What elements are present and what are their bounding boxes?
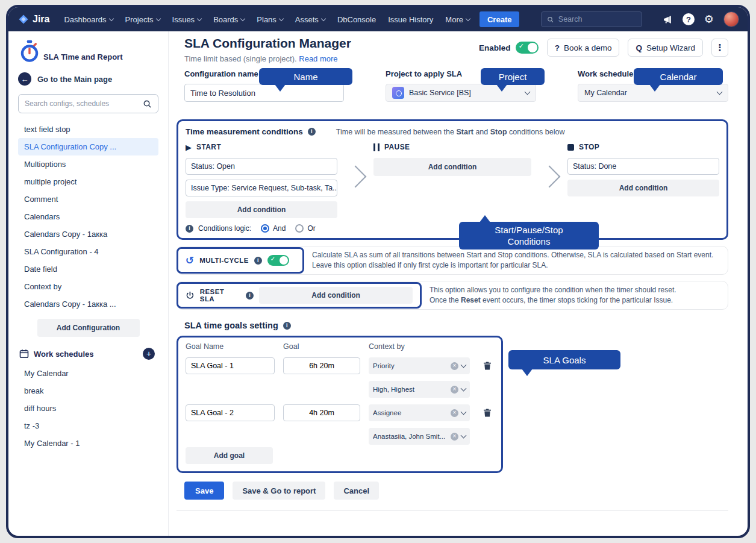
page-title-block: SLA Configuration Manager Time limit bas… <box>184 35 351 63</box>
global-search-input[interactable] <box>558 15 637 24</box>
config-list-item[interactable]: SLA Configuration - 4 <box>18 243 158 260</box>
schedule-list-item[interactable]: My Calendar - 1 <box>18 435 158 452</box>
nav-item-boards[interactable]: Boards <box>207 15 251 24</box>
delete-goal-button[interactable] <box>478 404 496 422</box>
project-select[interactable]: Basic Service [BS] <box>386 84 536 102</box>
power-icon <box>186 291 195 300</box>
nav-item-dashboards[interactable]: Dashboards <box>58 15 119 24</box>
app-logo: SLA Time and Report <box>18 40 158 63</box>
goals-panel: Goal Name Goal Context by Priority × <box>177 336 503 473</box>
stop-condition-field[interactable]: Status: Done <box>567 158 719 175</box>
context-select[interactable]: Assignee × <box>369 404 470 421</box>
goal-value-input[interactable] <box>283 357 360 374</box>
wizard-icon: Q <box>636 43 642 52</box>
chevron-down-icon <box>461 386 467 392</box>
search-icon <box>143 99 152 108</box>
info-icon[interactable] <box>283 322 291 330</box>
schedule-list-item[interactable]: My Calendar <box>18 365 158 382</box>
nav-item-issue-history[interactable]: Issue History <box>382 15 439 24</box>
schedule-list-item[interactable]: break <box>18 382 158 400</box>
add-configuration-button[interactable]: Add Configuration <box>37 319 140 337</box>
more-menu-button[interactable]: ⋮ <box>711 39 728 57</box>
clear-icon[interactable]: × <box>451 386 458 394</box>
schedule-list-item[interactable]: diff hours <box>18 400 158 417</box>
config-search-input[interactable] <box>25 99 143 108</box>
save-go-report-button[interactable]: Save & Go to report <box>233 482 325 500</box>
nav-item-dbconsole[interactable]: DbConsole <box>331 15 382 24</box>
enabled-toggle-group: Enabled ✓ <box>479 42 539 54</box>
start-condition-field[interactable]: Issue Type: Service Request, Sub-task, T… <box>186 180 337 196</box>
goals-title: SLA time goals setting <box>184 321 278 330</box>
check-icon: ✓ <box>270 256 275 262</box>
goal-value-input[interactable] <box>283 404 360 421</box>
config-list-item[interactable]: Calendars Copy - 1акка <box>18 225 158 243</box>
clear-icon[interactable]: × <box>451 362 458 370</box>
back-to-main-link[interactable]: ← Go to the Main page <box>18 72 158 86</box>
context-value-select[interactable]: High, Highest × <box>369 381 470 398</box>
trash-icon <box>483 361 492 371</box>
config-list-item[interactable]: Comment <box>18 190 158 208</box>
nav-item-issues[interactable]: Issues <box>166 15 208 24</box>
nav-menu: Dashboards Projects Issues Boards Plans … <box>58 15 476 24</box>
info-icon[interactable] <box>308 128 316 136</box>
enabled-toggle[interactable]: ✓ <box>516 42 539 54</box>
config-list-item[interactable]: Calendars Copy - 1акка ... <box>18 295 158 313</box>
nav-item-projects[interactable]: Projects <box>119 15 166 24</box>
read-more-link[interactable]: Read more <box>299 54 337 63</box>
add-goal-button[interactable]: Add goal <box>186 447 273 464</box>
add-stop-condition-button[interactable]: Add condition <box>567 180 719 196</box>
logic-and-radio[interactable]: And <box>261 224 286 233</box>
goal-name-input[interactable] <box>186 404 275 421</box>
pause-column: PAUSE Add condition <box>373 142 531 176</box>
config-list-item[interactable]: Multioptions <box>18 155 158 173</box>
nav-item-assets[interactable]: Assets <box>289 15 331 24</box>
config-list-item[interactable]: Date field <box>18 260 158 278</box>
config-search[interactable] <box>18 94 158 113</box>
start-condition-field[interactable]: Status: Open <box>186 158 337 175</box>
config-list-item-selected[interactable]: SLA Configuration Copy ... <box>18 138 158 155</box>
info-icon[interactable] <box>186 225 193 233</box>
clear-icon[interactable]: × <box>451 409 458 417</box>
info-icon[interactable] <box>246 292 254 300</box>
config-list-item[interactable]: multiple project <box>18 173 158 190</box>
user-avatar[interactable] <box>723 11 739 27</box>
goal-name-input[interactable] <box>186 357 275 374</box>
stop-icon <box>567 144 574 151</box>
add-start-condition-button[interactable]: Add condition <box>186 201 337 218</box>
gear-icon[interactable]: ⚙ <box>704 14 714 25</box>
nav-item-plans[interactable]: Plans <box>251 15 289 24</box>
config-name-input[interactable] <box>184 84 344 102</box>
nav-item-more[interactable]: More <box>439 15 476 24</box>
setup-wizard-button[interactable]: Q Setup Wizard <box>628 39 703 57</box>
config-list-item[interactable]: text field stop <box>18 121 158 138</box>
announcements-icon[interactable] <box>663 14 673 25</box>
add-reset-condition-button[interactable]: Add condition <box>259 287 413 304</box>
schedule-list-item[interactable]: tz -3 <box>18 417 158 435</box>
chevron-down-icon <box>461 362 467 368</box>
brand-label: Jira <box>33 14 49 25</box>
delete-goal-button[interactable] <box>478 357 496 375</box>
context-select[interactable]: Priority × <box>369 357 470 374</box>
create-button[interactable]: Create <box>480 11 519 27</box>
jira-logo[interactable]: Jira <box>18 14 49 25</box>
add-pause-condition-button[interactable]: Add condition <box>373 158 531 176</box>
chevron-down-icon <box>279 16 284 20</box>
help-icon[interactable]: ? <box>683 13 695 25</box>
clear-icon[interactable]: × <box>451 433 458 441</box>
info-icon[interactable] <box>254 257 262 265</box>
config-list-item[interactable]: Calendars <box>18 208 158 225</box>
config-list-item[interactable]: Context by <box>18 278 158 295</box>
chevron-down-icon <box>321 16 326 20</box>
cancel-button[interactable]: Cancel <box>334 482 379 500</box>
book-demo-button[interactable]: ? Book a demo <box>547 39 620 57</box>
add-schedule-button[interactable]: + <box>143 348 155 360</box>
save-button[interactable]: Save <box>184 482 224 500</box>
footer-actions: Save Save & Go to report Cancel <box>184 482 728 500</box>
context-value-select[interactable]: Anastasiia, John Smit... × <box>369 428 470 445</box>
logic-or-radio[interactable]: Or <box>295 224 315 233</box>
project-avatar-icon <box>392 87 404 99</box>
global-search[interactable] <box>541 11 642 27</box>
multi-cycle-toggle[interactable]: ✓ <box>267 255 289 266</box>
conditions-logic-label: Conditions logic: <box>198 224 251 233</box>
annotation-callout-name: Name <box>259 68 352 85</box>
